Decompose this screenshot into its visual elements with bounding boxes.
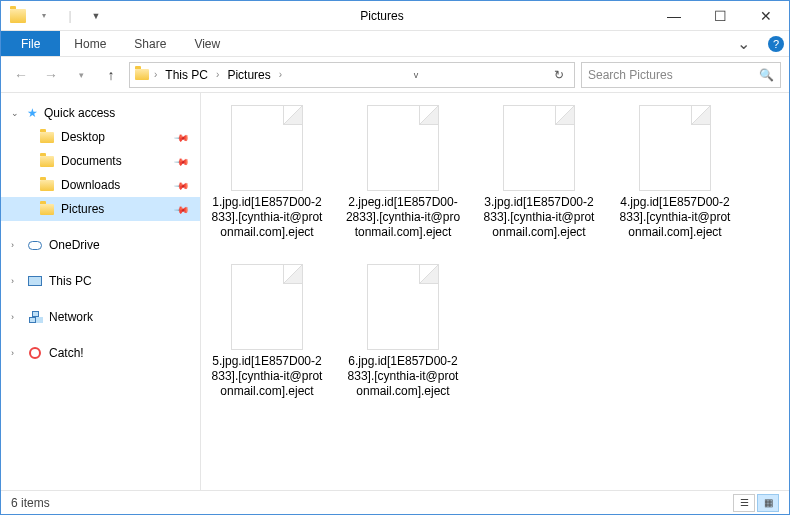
- details-view-button[interactable]: ☰: [733, 494, 755, 512]
- pin-icon: 📌: [174, 153, 190, 169]
- crumb-this-pc[interactable]: This PC: [161, 68, 212, 82]
- titlebar: ▾ | ▼ Pictures — ☐ ✕: [1, 1, 789, 31]
- folder-icon: [39, 153, 55, 169]
- qat-separator: |: [59, 5, 81, 27]
- address-bar: ← → ▾ ↑ › This PC › Pictures › v ↻ Searc…: [1, 57, 789, 93]
- file-item[interactable]: 2.jpeg.id[1E857D00-2833].[cynthia-it@pro…: [345, 105, 461, 240]
- file-item[interactable]: 3.jpg.id[1E857D00-2833].[cynthia-it@prot…: [481, 105, 597, 240]
- file-thumbnail-icon: [367, 264, 439, 350]
- chevron-right-icon[interactable]: ›: [152, 69, 159, 80]
- network-icon: [29, 311, 41, 323]
- pin-icon: 📌: [174, 201, 190, 217]
- pin-icon: 📌: [174, 177, 190, 193]
- chevron-right-icon[interactable]: ›: [277, 69, 284, 80]
- explorer-window: ▾ | ▼ Pictures — ☐ ✕ File Home Share Vie…: [0, 0, 790, 515]
- file-thumbnail-icon: [231, 105, 303, 191]
- file-item[interactable]: 1.jpg.id[1E857D00-2833].[cynthia-it@prot…: [209, 105, 325, 240]
- tab-view[interactable]: View: [180, 31, 234, 56]
- file-thumbnail-icon: [639, 105, 711, 191]
- sidebar-item-pictures[interactable]: Pictures📌: [1, 197, 200, 221]
- dropdown-icon[interactable]: v: [408, 70, 425, 80]
- folder-icon: [39, 201, 55, 217]
- file-name: 5.jpg.id[1E857D00-2833].[cynthia-it@prot…: [209, 354, 325, 399]
- sidebar-item-label: OneDrive: [49, 238, 100, 252]
- sidebar-item-label: Documents: [61, 154, 122, 168]
- sidebar-item-catch-[interactable]: ›Catch!: [1, 341, 200, 365]
- sidebar-quick-access[interactable]: ⌄ ★ Quick access: [1, 101, 200, 125]
- help-button[interactable]: ?: [763, 31, 789, 56]
- maximize-button[interactable]: ☐: [697, 1, 743, 31]
- forward-button[interactable]: →: [39, 63, 63, 87]
- status-bar: 6 items ☰ ▦: [1, 490, 789, 514]
- sidebar-item-label: Catch!: [49, 346, 84, 360]
- refresh-icon[interactable]: ↻: [548, 68, 570, 82]
- body: ⌄ ★ Quick access Desktop📌Documents📌Downl…: [1, 93, 789, 490]
- folder-icon: [39, 129, 55, 145]
- sidebar-item-label: Network: [49, 310, 93, 324]
- file-item[interactable]: 6.jpg.id[1E857D00-2833].[cynthia-it@prot…: [345, 264, 461, 399]
- ribbon-collapse-icon[interactable]: ⌄: [723, 31, 763, 56]
- file-name: 3.jpg.id[1E857D00-2833].[cynthia-it@prot…: [481, 195, 597, 240]
- folder-icon: [134, 67, 150, 83]
- sidebar-item-downloads[interactable]: Downloads📌: [1, 173, 200, 197]
- navigation-pane: ⌄ ★ Quick access Desktop📌Documents📌Downl…: [1, 93, 201, 490]
- chevron-right-icon[interactable]: ›: [11, 240, 21, 250]
- sidebar-item-label: Desktop: [61, 130, 105, 144]
- tab-share[interactable]: Share: [120, 31, 180, 56]
- item-count: 6 items: [11, 496, 50, 510]
- file-tab[interactable]: File: [1, 31, 60, 56]
- file-item[interactable]: 5.jpg.id[1E857D00-2833].[cynthia-it@prot…: [209, 264, 325, 399]
- sidebar-item-label: Quick access: [44, 106, 115, 120]
- chevron-right-icon[interactable]: ›: [11, 348, 21, 358]
- chevron-right-icon[interactable]: ›: [11, 312, 21, 322]
- search-input[interactable]: Search Pictures 🔍: [581, 62, 781, 88]
- qat-overflow-icon[interactable]: ▼: [85, 5, 107, 27]
- sidebar-item-label: This PC: [49, 274, 92, 288]
- recent-dropdown-icon[interactable]: ▾: [69, 63, 93, 87]
- folder-icon: [39, 177, 55, 193]
- close-button[interactable]: ✕: [743, 1, 789, 31]
- sidebar-item-desktop[interactable]: Desktop📌: [1, 125, 200, 149]
- search-icon[interactable]: 🔍: [759, 68, 774, 82]
- star-icon: ★: [27, 106, 38, 120]
- chevron-right-icon[interactable]: ›: [11, 276, 21, 286]
- file-thumbnail-icon: [503, 105, 575, 191]
- file-thumbnail-icon: [367, 105, 439, 191]
- file-thumbnail-icon: [231, 264, 303, 350]
- file-name: 4.jpg.id[1E857D00-2833].[cynthia-it@prot…: [617, 195, 733, 240]
- search-placeholder: Search Pictures: [588, 68, 673, 82]
- sidebar-item-onedrive[interactable]: ›OneDrive: [1, 233, 200, 257]
- chevron-down-icon[interactable]: ⌄: [11, 108, 21, 118]
- qat-dropdown-icon[interactable]: ▾: [33, 5, 55, 27]
- folder-app-icon: [7, 5, 29, 27]
- monitor-icon: [28, 276, 42, 286]
- ribbon: File Home Share View ⌄ ?: [1, 31, 789, 57]
- quick-access-toolbar: ▾ | ▼: [1, 5, 113, 27]
- file-item[interactable]: 4.jpg.id[1E857D00-2833].[cynthia-it@prot…: [617, 105, 733, 240]
- window-controls: — ☐ ✕: [651, 1, 789, 31]
- window-title: Pictures: [113, 9, 651, 23]
- up-button[interactable]: ↑: [99, 63, 123, 87]
- file-name: 1.jpg.id[1E857D00-2833].[cynthia-it@prot…: [209, 195, 325, 240]
- cloud-icon: [28, 241, 42, 250]
- back-button[interactable]: ←: [9, 63, 33, 87]
- file-name: 2.jpeg.id[1E857D00-2833].[cynthia-it@pro…: [345, 195, 461, 240]
- file-list[interactable]: 1.jpg.id[1E857D00-2833].[cynthia-it@prot…: [201, 93, 789, 490]
- sidebar-item-network[interactable]: ›Network: [1, 305, 200, 329]
- sidebar-item-label: Pictures: [61, 202, 104, 216]
- sidebar-item-this-pc[interactable]: ›This PC: [1, 269, 200, 293]
- minimize-button[interactable]: —: [651, 1, 697, 31]
- tab-home[interactable]: Home: [60, 31, 120, 56]
- pin-icon: 📌: [174, 129, 190, 145]
- icons-view-button[interactable]: ▦: [757, 494, 779, 512]
- sidebar-item-label: Downloads: [61, 178, 120, 192]
- breadcrumb[interactable]: › This PC › Pictures › v ↻: [129, 62, 575, 88]
- sidebar-item-documents[interactable]: Documents📌: [1, 149, 200, 173]
- help-icon: ?: [768, 36, 784, 52]
- file-name: 6.jpg.id[1E857D00-2833].[cynthia-it@prot…: [345, 354, 461, 399]
- disc-icon: [29, 347, 41, 359]
- crumb-pictures[interactable]: Pictures: [223, 68, 274, 82]
- chevron-right-icon[interactable]: ›: [214, 69, 221, 80]
